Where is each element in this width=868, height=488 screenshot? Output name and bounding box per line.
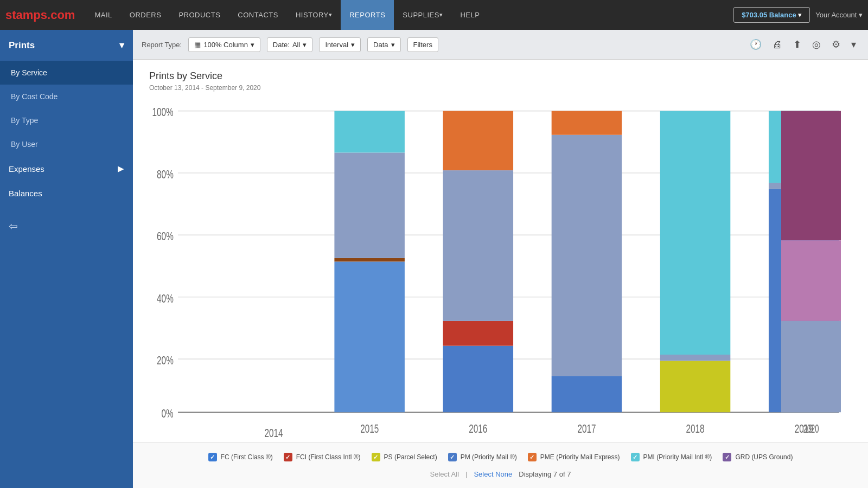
date-chevron: ▾ bbox=[303, 41, 307, 49]
sidebar-item-by-user[interactable]: By User bbox=[0, 132, 133, 156]
bar-2015-fc bbox=[334, 261, 405, 412]
account-button[interactable]: Your Account ▾ bbox=[815, 11, 863, 19]
legend-label-0: FC (First Class ®) bbox=[221, 453, 273, 461]
data-label: Data bbox=[373, 41, 388, 49]
gear-icon: ⚙ bbox=[832, 39, 840, 50]
sidebar-balances[interactable]: Balances bbox=[0, 181, 133, 206]
nav-products[interactable]: PRODUCTS bbox=[170, 0, 229, 30]
nav-help[interactable]: HELP bbox=[451, 0, 488, 30]
legend-item-0[interactable]: FC (First Class ®) bbox=[208, 453, 273, 461]
interval-label: Interval bbox=[325, 41, 348, 49]
legend-item-5[interactable]: PMI (Priority Mail Intl ®) bbox=[631, 453, 712, 461]
nav-mail[interactable]: MAIL bbox=[86, 0, 120, 30]
sidebar-item-by-type[interactable]: By Type bbox=[0, 108, 133, 132]
bar-2020-pm bbox=[781, 321, 841, 412]
toolbar-right: 🕐 🖨 ⬆ ◎ ⚙ ▾ bbox=[746, 36, 859, 53]
interval-chevron: ▾ bbox=[351, 41, 355, 49]
legend-checkbox-3[interactable] bbox=[448, 453, 457, 461]
data-dropdown[interactable]: Data ▾ bbox=[367, 37, 400, 52]
sidebar-item-by-cost-code[interactable]: By Cost Code bbox=[0, 85, 133, 108]
target-icon-button[interactable]: ◎ bbox=[809, 36, 824, 53]
legend-label-3: PM (Priority Mail ®) bbox=[461, 453, 517, 461]
select-none-button[interactable]: Select None bbox=[474, 470, 512, 478]
print-icon-button[interactable]: 🖨 bbox=[769, 37, 786, 53]
legend-checkbox-0[interactable] bbox=[208, 453, 217, 461]
bar-2018-pmi bbox=[660, 111, 731, 355]
legend-label-4: PME (Priority Mail Express) bbox=[540, 453, 620, 461]
svg-text:20%: 20% bbox=[157, 354, 174, 367]
bar-2020-svg: 2020 bbox=[776, 100, 846, 437]
legend-checkbox-2[interactable] bbox=[372, 453, 380, 461]
sidebar-prints-header[interactable]: Prints ▾ bbox=[0, 30, 133, 61]
date-label: Date: bbox=[273, 41, 290, 49]
displaying-count: Displaying 7 of 7 bbox=[519, 470, 571, 478]
svg-text:100%: 100% bbox=[152, 106, 174, 119]
sidebar-collapse-button[interactable]: ⇦ bbox=[0, 211, 133, 241]
sidebar-prints-chevron: ▾ bbox=[119, 40, 124, 51]
svg-text:0%: 0% bbox=[162, 407, 174, 420]
svg-text:2014: 2014 bbox=[265, 426, 283, 437]
bar-2020-grd bbox=[781, 111, 841, 241]
legend-checkbox-5[interactable] bbox=[631, 453, 640, 461]
legend-footer: Select All | Select None Displaying 7 of… bbox=[149, 470, 852, 478]
legend-checkbox-4[interactable] bbox=[528, 453, 537, 461]
chart-subtitle: October 13, 2014 - September 9, 2020 bbox=[149, 84, 852, 92]
logo: stamps.com bbox=[5, 8, 75, 22]
report-type-chevron: ▾ bbox=[251, 41, 254, 49]
svg-text:2016: 2016 bbox=[469, 422, 487, 435]
nav-reports[interactable]: REPORTS bbox=[341, 0, 394, 30]
nav-orders[interactable]: ORDERS bbox=[121, 0, 170, 30]
bar-2016-pm bbox=[443, 170, 514, 321]
toolbar: Report Type: ▦ 100% Column ▾ Date: All ▾… bbox=[133, 30, 868, 60]
logo-text: stamps.com bbox=[5, 8, 75, 22]
legend-checkbox-1[interactable] bbox=[284, 453, 292, 461]
settings-icon-button[interactable]: ⚙ bbox=[828, 36, 844, 53]
download-icon-button[interactable]: ⬆ bbox=[790, 36, 805, 53]
bar-2017-pme bbox=[552, 111, 622, 135]
legend-checkbox-6[interactable] bbox=[723, 453, 731, 461]
nav-contacts[interactable]: CONTACTS bbox=[229, 0, 287, 30]
report-type-dropdown[interactable]: ▦ 100% Column ▾ bbox=[188, 37, 260, 52]
sidebar-expenses[interactable]: Expenses ▶ bbox=[0, 156, 133, 181]
sidebar-expenses-label: Expenses bbox=[9, 164, 44, 174]
bar-2017-fc bbox=[552, 376, 622, 412]
bar-2017-pm bbox=[552, 135, 622, 376]
legend-item-2[interactable]: PS (Parcel Select) bbox=[372, 453, 437, 461]
legend-item-3[interactable]: PM (Priority Mail ®) bbox=[448, 453, 517, 461]
main-layout: Prints ▾ By Service By Cost Code By Type… bbox=[0, 30, 868, 488]
nav-right: $703.05 Balance ▾ Your Account ▾ bbox=[733, 7, 863, 23]
legend-item-4[interactable]: PME (Priority Mail Express) bbox=[528, 453, 620, 461]
bar-2015-pmi bbox=[334, 111, 405, 153]
legend-label-2: PS (Parcel Select) bbox=[384, 453, 437, 461]
legend-area: FC (First Class ®)FCI (First Class Intl … bbox=[133, 442, 868, 488]
more-icon-button[interactable]: ▾ bbox=[848, 36, 859, 53]
clock-icon-button[interactable]: 🕐 bbox=[746, 36, 765, 53]
legend-item-6[interactable]: GRD (UPS Ground) bbox=[723, 453, 793, 461]
more-icon: ▾ bbox=[851, 39, 856, 50]
clock-icon: 🕐 bbox=[750, 39, 762, 50]
sidebar-balances-label: Balances bbox=[9, 189, 42, 198]
legend-label-6: GRD (UPS Ground) bbox=[735, 453, 793, 461]
legend-item-1[interactable]: FCI (First Class Intl ®) bbox=[284, 453, 361, 461]
interval-dropdown[interactable]: Interval ▾ bbox=[319, 37, 361, 52]
legend-divider: | bbox=[465, 470, 467, 478]
svg-text:40%: 40% bbox=[157, 292, 174, 305]
top-nav: stamps.com MAIL ORDERS PRODUCTS CONTACTS… bbox=[0, 0, 868, 30]
balance-button[interactable]: $703.05 Balance ▾ bbox=[733, 7, 810, 23]
select-all-button[interactable]: Select All bbox=[430, 470, 459, 478]
chart-wrapper: 100% 80% 60% 40% 20% 0% 2014 bbox=[149, 100, 852, 437]
data-chevron: ▾ bbox=[391, 41, 395, 49]
sidebar-item-by-service[interactable]: By Service bbox=[0, 61, 133, 85]
target-icon: ◎ bbox=[812, 39, 821, 50]
bar-chart-svg: 100% 80% 60% 40% 20% 0% 2014 bbox=[149, 100, 852, 437]
sidebar-prints-label: Prints bbox=[9, 40, 35, 51]
logo-accent: . bbox=[47, 8, 50, 22]
nav-history[interactable]: HISTORY bbox=[287, 0, 341, 30]
collapse-icon: ⇦ bbox=[9, 220, 18, 233]
bar-2020-grd2 bbox=[781, 240, 841, 321]
date-dropdown[interactable]: Date: All ▾ bbox=[267, 37, 313, 52]
nav-supplies[interactable]: SUPPLIES bbox=[394, 0, 451, 30]
report-type-value: 100% Column bbox=[203, 41, 248, 49]
filters-button[interactable]: Filters bbox=[407, 37, 438, 52]
chart-title: Prints by Service bbox=[149, 70, 852, 82]
